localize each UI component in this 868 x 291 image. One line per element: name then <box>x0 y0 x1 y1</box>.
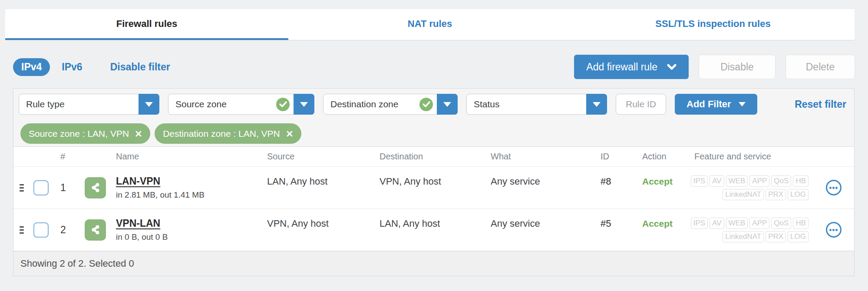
firewall-rules-panel: Rule type Source zone Destination zone S… <box>13 88 855 276</box>
badge-app: APP <box>749 175 769 187</box>
badge-web: WEB <box>726 175 748 187</box>
filter-chip-source-zone: Source zone : LAN, VPN <box>20 123 150 144</box>
remove-filter-icon[interactable] <box>286 130 293 137</box>
ipv6-toggle[interactable]: IPv6 <box>62 61 82 73</box>
header-action: Action <box>627 152 677 162</box>
feature-badges: IPS AV WEB APP QoS HB LinkedNAT PRX LOG <box>677 218 813 242</box>
status-select-label: Status <box>467 99 586 109</box>
cell-what: Any service <box>485 218 587 229</box>
filter-chip-label: Destination zone : LAN, VPN <box>163 129 280 139</box>
rule-name-cell: VPN-LAN in 0 B, out 0 B <box>85 218 261 242</box>
reset-filter-link[interactable]: Reset filter <box>795 99 849 110</box>
drag-handle-icon[interactable] <box>20 226 24 234</box>
row-checkbox[interactable] <box>33 222 49 238</box>
status-select[interactable]: Status <box>466 94 607 115</box>
row-checkbox[interactable] <box>33 180 49 195</box>
row-menu-ellipsis-icon[interactable] <box>826 222 842 238</box>
badge-log: LOG <box>788 189 809 200</box>
rule-traffic: in 0 B, out 0 B <box>116 232 168 242</box>
header-destination: Destination <box>373 152 485 162</box>
feature-badges: IPS AV WEB APP QoS HB LinkedNAT PRX LOG <box>677 175 813 200</box>
chevron-down-icon <box>437 94 458 115</box>
add-filter-label: Add Filter <box>686 99 731 110</box>
filter-chip-label: Source zone : LAN, VPN <box>29 129 129 139</box>
badge-av: AV <box>710 175 724 187</box>
ipv4-toggle[interactable]: IPv4 <box>13 58 50 76</box>
drag-handle-icon[interactable] <box>20 184 24 192</box>
table-footer: Showing 2 of 2. Selected 0 <box>13 251 854 276</box>
badge-ips: IPS <box>691 175 708 187</box>
cell-action: Accept <box>627 218 677 229</box>
toolbar: IPv4 IPv6 Disable filter Add firewall ru… <box>13 54 855 80</box>
badge-ips: IPS <box>691 218 708 229</box>
row-number: 2 <box>53 224 85 236</box>
rule-share-icon <box>85 219 106 241</box>
check-circle-icon <box>419 98 433 111</box>
badge-prx: PRX <box>766 231 786 242</box>
table-row: 2 VPN-LAN in 0 B, out 0 B VPN, Any host … <box>13 209 854 251</box>
tab-firewall-rules[interactable]: Firewall rules <box>5 9 288 40</box>
header-num: # <box>53 152 85 162</box>
badge-hb: HB <box>793 175 809 187</box>
toolbar-actions: Add firewall rule Disable Delete <box>574 55 855 79</box>
table-row: 1 LAN-VPN in 2.81 MB, out 1.41 MB LAN, A… <box>13 167 854 209</box>
header-what: What <box>485 152 587 162</box>
badge-prx: PRX <box>766 189 786 200</box>
rule-name-link[interactable]: VPN-LAN <box>116 218 168 229</box>
rule-type-tabbar: Firewall rules NAT rules SSL/TLS inspect… <box>5 9 855 40</box>
rule-type-select[interactable]: Rule type <box>19 94 159 115</box>
filter-bar: Rule type Source zone Destination zone S… <box>13 89 854 115</box>
badge-log: LOG <box>788 231 809 242</box>
row-menu-ellipsis-icon[interactable] <box>826 180 842 195</box>
badge-qos: QoS <box>771 218 791 229</box>
header-feature-and-service: Feature and service <box>677 152 813 162</box>
rule-id-input[interactable] <box>616 94 666 115</box>
chevron-down-icon <box>739 102 746 106</box>
chevron-down-icon <box>586 94 607 115</box>
tab-ssl-tls-inspection-rules[interactable]: SSL/TLS inspection rules <box>571 9 855 40</box>
rule-name-link[interactable]: LAN-VPN <box>116 175 205 187</box>
check-circle-icon <box>276 98 290 111</box>
header-name: Name <box>85 152 261 162</box>
chevron-down-icon <box>667 64 677 70</box>
cell-rule-id: #5 <box>587 218 627 229</box>
badge-linkednat: LinkedNAT <box>723 189 764 200</box>
disable-button[interactable]: Disable <box>699 55 776 79</box>
destination-zone-select[interactable]: Destination zone <box>323 94 458 115</box>
source-zone-select[interactable]: Source zone <box>168 94 314 115</box>
add-firewall-rule-label: Add firewall rule <box>586 61 657 73</box>
active-filter-chips: Source zone : LAN, VPN Destination zone … <box>13 115 854 146</box>
row-number: 1 <box>53 182 85 194</box>
badge-app: APP <box>749 218 769 229</box>
delete-button[interactable]: Delete <box>785 55 855 79</box>
header-id: ID <box>587 152 627 162</box>
cell-rule-id: #8 <box>587 176 627 187</box>
chevron-down-icon <box>139 94 159 115</box>
badge-hb: HB <box>793 218 809 229</box>
rule-traffic: in 2.81 MB, out 1.41 MB <box>116 190 205 200</box>
badge-qos: QoS <box>771 175 791 187</box>
cell-destination: LAN, Any host <box>373 218 485 229</box>
cell-destination: VPN, Any host <box>373 176 485 187</box>
destination-zone-select-label: Destination zone <box>323 99 419 109</box>
rule-share-icon <box>85 177 106 198</box>
badge-web: WEB <box>726 218 748 229</box>
add-filter-button[interactable]: Add Filter <box>675 94 757 115</box>
header-source: Source <box>261 152 373 162</box>
rule-name-cell: LAN-VPN in 2.81 MB, out 1.41 MB <box>85 175 261 200</box>
add-firewall-rule-button[interactable]: Add firewall rule <box>574 55 689 79</box>
firewall-rules-table: # Name Source Destination What ID Action… <box>13 146 854 276</box>
disable-filter-link[interactable]: Disable filter <box>110 61 170 73</box>
tab-nat-rules[interactable]: NAT rules <box>288 9 571 40</box>
chevron-down-icon <box>294 94 314 115</box>
cell-source: VPN, Any host <box>261 218 373 229</box>
showing-count-text: Showing 2 of 2. Selected 0 <box>20 258 134 269</box>
badge-av: AV <box>710 218 724 229</box>
cell-action: Accept <box>627 176 677 187</box>
badge-linkednat: LinkedNAT <box>723 231 764 242</box>
cell-what: Any service <box>485 176 587 187</box>
source-zone-select-label: Source zone <box>168 99 276 109</box>
cell-source: LAN, Any host <box>261 176 373 187</box>
remove-filter-icon[interactable] <box>135 130 142 137</box>
table-header-row: # Name Source Destination What ID Action… <box>13 147 854 167</box>
